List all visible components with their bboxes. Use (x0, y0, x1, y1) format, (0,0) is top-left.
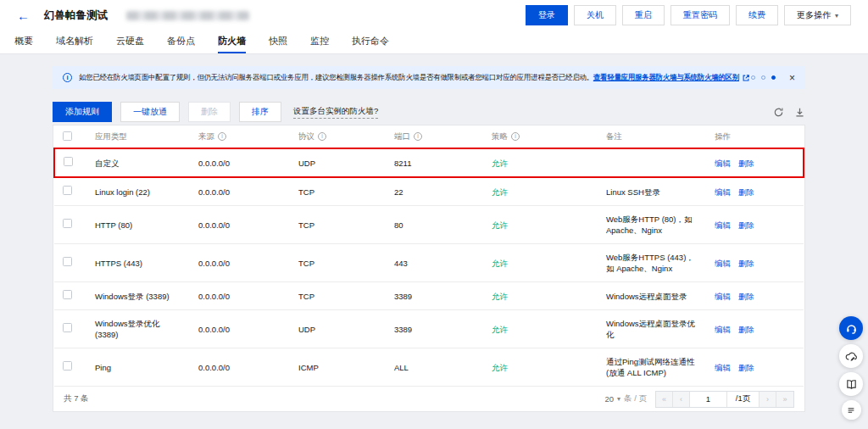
customer-service-button[interactable] (839, 316, 863, 340)
edit-link[interactable]: 编辑 (715, 292, 731, 301)
cell-remark: Web服务HTTPS (443)，如 Apache、Nginx (598, 244, 706, 282)
cell-source: 0.0.0.0/0 (190, 348, 290, 387)
edit-link[interactable]: 编辑 (715, 220, 731, 230)
sort-button[interactable]: 排序 (239, 102, 281, 122)
close-icon[interactable]: × (789, 73, 795, 83)
row-checkbox[interactable] (63, 361, 72, 370)
renew-button[interactable]: 续费 (736, 5, 778, 25)
cell-policy: 允许 (483, 148, 598, 177)
table-footer: 共 7 条 20 ▾ 条 / 页 « ‹ 1 /1页 › » (53, 387, 804, 411)
more-actions-label: 更多操作 (797, 9, 831, 21)
prev-page-button[interactable]: ‹ (673, 392, 690, 407)
info-icon: i (63, 73, 72, 82)
info-icon[interactable]: i (414, 132, 422, 141)
edit-link[interactable]: 编辑 (715, 187, 731, 197)
row-checkbox[interactable] (63, 257, 72, 266)
cell-app-type: 自定义 (86, 148, 190, 177)
cell-app-type: Windows登录优化 (3389) (86, 310, 190, 348)
col-port: 端口 (394, 131, 410, 142)
cell-policy: 允许 (483, 177, 598, 206)
tab-run-command[interactable]: 执行命令 (352, 31, 389, 53)
row-checkbox[interactable] (63, 186, 72, 195)
tab-firewall[interactable]: 防火墙 (218, 31, 246, 53)
row-checkbox[interactable] (63, 219, 72, 228)
cell-remark: Linux SSH登录 (598, 177, 706, 206)
delete-link[interactable]: 删除 (738, 363, 754, 372)
tab-monitor[interactable]: 监控 (310, 31, 329, 53)
info-icon[interactable]: i (218, 132, 226, 141)
external-link-icon (742, 74, 750, 82)
cell-source: 0.0.0.0/0 (190, 177, 290, 206)
restart-button[interactable]: 重启 (622, 5, 665, 25)
masked-instance-info (126, 11, 249, 20)
quick-menu-button[interactable] (842, 400, 861, 420)
shutdown-button[interactable]: 关机 (574, 5, 616, 25)
next-page-button[interactable]: › (760, 392, 776, 407)
cell-protocol: TCP (290, 244, 386, 282)
select-all-checkbox[interactable] (63, 131, 72, 141)
cell-port: 80 (386, 206, 483, 244)
carousel-dot-2[interactable] (761, 75, 765, 80)
back-arrow-icon[interactable]: ← (17, 9, 30, 22)
carousel-dot-3[interactable] (771, 75, 776, 80)
more-actions-button[interactable]: 更多操作 ▾ (784, 5, 851, 25)
delete-link[interactable]: 删除 (738, 292, 754, 301)
cell-policy: 允许 (483, 310, 598, 348)
delete-link[interactable]: 删除 (738, 325, 754, 334)
download-icon[interactable] (794, 107, 805, 118)
allow-all-button[interactable]: 一键放通 (120, 102, 180, 122)
first-page-button[interactable]: « (656, 392, 673, 407)
row-checkbox[interactable] (63, 323, 72, 332)
delete-link[interactable]: 删除 (738, 159, 754, 168)
delete-link[interactable]: 删除 (738, 259, 754, 268)
cell-app-type: HTTPS (443) (86, 244, 190, 282)
edit-link[interactable]: 编辑 (715, 363, 731, 372)
cell-port: 443 (386, 244, 483, 282)
table-row-windows-login: Windows登录 (3389) 0.0.0.0/0 TCP 3389 允许 W… (54, 282, 804, 310)
cell-protocol: UDP (290, 148, 386, 177)
delete-button[interactable]: 删除 (188, 102, 231, 122)
cell-remark: Web服务HTTP (80)，如 Apache、Nginx (598, 206, 706, 244)
delete-link[interactable]: 删除 (738, 220, 754, 230)
reset-password-button[interactable]: 重置密码 (670, 5, 730, 25)
refresh-icon[interactable] (773, 107, 784, 118)
total-count: 共 7 条 (64, 393, 89, 404)
edit-link[interactable]: 编辑 (715, 259, 731, 268)
tab-backup[interactable]: 备份点 (167, 31, 195, 53)
table-row-windows-login-udp: Windows登录优化 (3389) 0.0.0.0/0 UDP 3389 允许… (54, 310, 804, 348)
tab-snapshot[interactable]: 快照 (269, 31, 287, 53)
col-source: 来源 (198, 131, 214, 142)
table-row-http-80: HTTP (80) 0.0.0.0/0 TCP 80 允许 Web服务HTTP … (54, 206, 804, 244)
edit-link[interactable]: 编辑 (715, 159, 731, 168)
feedback-button[interactable] (839, 344, 863, 368)
instance-action-buttons: 登录 关机 重启 重置密码 续费 更多操作 ▾ (526, 5, 851, 25)
delete-link[interactable]: 删除 (738, 187, 754, 197)
chevron-down-icon: ▾ (835, 12, 838, 20)
cell-source: 0.0.0.0/0 (190, 310, 290, 348)
cell-app-type: Ping (86, 348, 190, 387)
cell-protocol: TCP (290, 177, 386, 206)
carousel-dot-1[interactable] (751, 75, 755, 80)
info-icon[interactable]: i (318, 132, 326, 141)
tab-overview[interactable]: 概要 (14, 31, 33, 53)
multi-instance-firewall-hint[interactable]: 设置多台实例的防火墙? (293, 106, 378, 119)
pagination-controls: « ‹ 1 /1页 › » (655, 391, 794, 408)
add-rule-button[interactable]: 添加规则 (53, 102, 112, 122)
banner-doc-link[interactable]: 查看轻量应用服务器防火墙与系统防火墙的区别 (593, 73, 739, 83)
last-page-button[interactable]: » (776, 392, 793, 407)
edit-link[interactable]: 编辑 (715, 325, 731, 334)
row-checkbox[interactable] (64, 157, 73, 166)
cell-app-type: HTTP (80) (86, 206, 190, 244)
page-size-select[interactable]: 20 ▾ 条 / 页 (604, 393, 647, 404)
tab-bar: 概要 域名解析 云硬盘 备份点 防火墙 快照 监控 执行命令 (0, 31, 868, 54)
table-toolbar: 添加规则 一键放通 删除 排序 设置多台实例的防火墙? (53, 102, 805, 122)
headset-icon (845, 322, 858, 335)
tab-cloud-disk[interactable]: 云硬盘 (116, 31, 144, 53)
login-button[interactable]: 登录 (526, 5, 568, 25)
current-page-input[interactable]: 1 (690, 392, 727, 407)
col-operation: 操作 (715, 131, 731, 141)
row-checkbox[interactable] (63, 290, 72, 299)
documentation-button[interactable] (839, 372, 863, 396)
tab-dns[interactable]: 域名解析 (56, 31, 93, 53)
info-icon[interactable]: i (511, 132, 520, 141)
